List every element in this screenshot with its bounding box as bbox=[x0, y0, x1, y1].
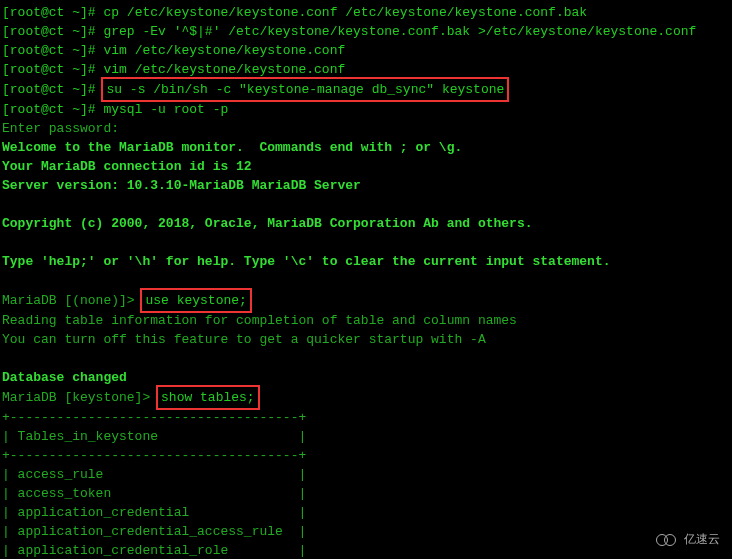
highlight-show-tables: show tables; bbox=[156, 385, 260, 410]
watermark: 亿速云 bbox=[656, 530, 720, 549]
cmd-vim: vim /etc/keystone/keystone.conf bbox=[103, 43, 345, 58]
blank-line bbox=[2, 349, 730, 368]
terminal-line-cp: [root@ct ~]# cp /etc/keystone/keystone.c… bbox=[2, 3, 730, 22]
shell-prompt: [root@ct ~]# bbox=[2, 5, 103, 20]
shell-prompt: [root@ct ~]# bbox=[2, 43, 103, 58]
table-row: | application_credential_access_rule | bbox=[2, 522, 730, 541]
terminal-line-show-tables: MariaDB [keystone]> show tables; bbox=[2, 387, 730, 408]
cmd-grep: grep -Ev '^$|#' /etc/keystone/keystone.c… bbox=[103, 24, 696, 39]
table-row: | application_credential | bbox=[2, 503, 730, 522]
shell-prompt: [root@ct ~]# bbox=[2, 82, 103, 97]
startup-hint: You can turn off this feature to get a q… bbox=[2, 330, 730, 349]
terminal-line-vim1: [root@ct ~]# vim /etc/keystone/keystone.… bbox=[2, 41, 730, 60]
highlight-su-command: su -s /bin/sh -c "keystone-manage db_syn… bbox=[101, 77, 509, 102]
mariadb-prompt-keystone: MariaDB [keystone]> bbox=[2, 390, 158, 405]
cmd-use-keystone: use keystone; bbox=[145, 293, 246, 308]
blank-line bbox=[2, 195, 730, 214]
cmd-show-tables: show tables; bbox=[161, 390, 255, 405]
table-row: | access_rule | bbox=[2, 465, 730, 484]
watermark-text: 亿速云 bbox=[684, 530, 720, 549]
terminal-line-mysql: [root@ct ~]# mysql -u root -p bbox=[2, 100, 730, 119]
mariadb-server-version: Server version: 10.3.10-MariaDB MariaDB … bbox=[2, 176, 730, 195]
enter-password: Enter password: bbox=[2, 119, 730, 138]
cmd-mysql: mysql -u root -p bbox=[103, 102, 228, 117]
terminal-line-su: [root@ct ~]# su -s /bin/sh -c "keystone-… bbox=[2, 79, 730, 100]
mariadb-connection-id: Your MariaDB connection id is 12 bbox=[2, 157, 730, 176]
database-changed: Database changed bbox=[2, 368, 730, 387]
blank-line bbox=[2, 233, 730, 252]
reading-table-info: Reading table information for completion… bbox=[2, 311, 730, 330]
watermark-cloud-icon bbox=[656, 533, 680, 547]
blank-line bbox=[2, 271, 730, 290]
cmd-cp: cp /etc/keystone/keystone.conf /etc/keys… bbox=[103, 5, 587, 20]
highlight-use-keystone: use keystone; bbox=[140, 288, 251, 313]
mariadb-welcome: Welcome to the MariaDB monitor. Commands… bbox=[2, 138, 730, 157]
table-header: | Tables_in_keystone | bbox=[2, 427, 730, 446]
table-row: | application_credential_role | bbox=[2, 541, 730, 559]
cmd-vim: vim /etc/keystone/keystone.conf bbox=[103, 62, 345, 77]
terminal-line-grep: [root@ct ~]# grep -Ev '^$|#' /etc/keysto… bbox=[2, 22, 730, 41]
cmd-su-dbsync: su -s /bin/sh -c "keystone-manage db_syn… bbox=[106, 82, 504, 97]
table-row: | access_token | bbox=[2, 484, 730, 503]
mariadb-prompt-none: MariaDB [(none)]> bbox=[2, 293, 142, 308]
table-border-top: +-------------------------------------+ bbox=[2, 408, 730, 427]
shell-prompt: [root@ct ~]# bbox=[2, 62, 103, 77]
shell-prompt: [root@ct ~]# bbox=[2, 102, 103, 117]
mariadb-copyright: Copyright (c) 2000, 2018, Oracle, MariaD… bbox=[2, 214, 730, 233]
table-border-mid: +-------------------------------------+ bbox=[2, 446, 730, 465]
shell-prompt: [root@ct ~]# bbox=[2, 24, 103, 39]
terminal-line-use-keystone: MariaDB [(none)]> use keystone; bbox=[2, 290, 730, 311]
mariadb-help-hint: Type 'help;' or '\h' for help. Type '\c'… bbox=[2, 252, 730, 271]
